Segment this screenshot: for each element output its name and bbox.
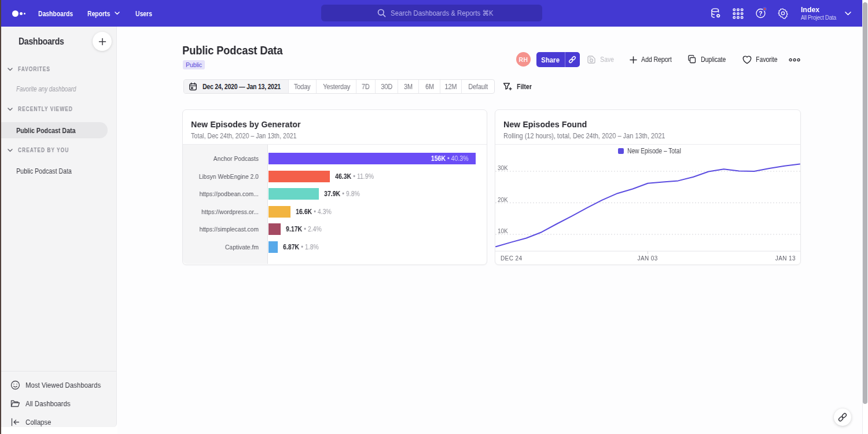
collapse-sidebar[interactable]: Collapse bbox=[10, 413, 116, 431]
bar-chart-title[interactable]: New Episodes by Generator bbox=[191, 119, 477, 129]
x-axis-label: JAN 03 bbox=[638, 255, 658, 262]
bar-value: 37.9K bbox=[324, 190, 340, 198]
link-icon bbox=[568, 55, 577, 64]
line-chart-subtitle: Rolling (12 hours), total, Dec 24th, 202… bbox=[503, 132, 791, 140]
bar-value-label: 6.87K • 1.8% bbox=[283, 241, 319, 253]
sidebar: Dashboards FAVORITES Favorite any dashbo… bbox=[1, 27, 117, 427]
preset-3m[interactable]: 3M bbox=[398, 80, 419, 93]
bar[interactable] bbox=[269, 241, 278, 253]
copy-link-floating-button[interactable] bbox=[834, 409, 851, 426]
chevron-down-icon bbox=[8, 68, 13, 71]
copy-icon bbox=[687, 55, 697, 64]
bar-percent: • 9.8% bbox=[342, 190, 360, 198]
heart-icon bbox=[742, 56, 752, 64]
preset-30d[interactable]: 30D bbox=[376, 80, 398, 93]
preset-default[interactable]: Default bbox=[462, 80, 494, 93]
calendar-icon bbox=[189, 82, 197, 91]
notification-badge bbox=[763, 7, 767, 11]
bar-value: 16.6K bbox=[296, 208, 312, 216]
topbar-right: ? Index All Project Data bbox=[1, 0, 862, 27]
folder-icon bbox=[10, 399, 20, 409]
date-toolbar: Dec 24, 2020 — Jan 13, 2021 Today Yester… bbox=[183, 79, 535, 94]
bar-value: 156K bbox=[431, 155, 446, 163]
more-dots-icon bbox=[789, 58, 800, 62]
avatar[interactable]: RH bbox=[516, 52, 531, 67]
bar[interactable] bbox=[269, 188, 319, 200]
line-plot[interactable]: 10K20K30KDEC 24JAN 03JAN 13 bbox=[495, 145, 800, 264]
bar-category-label: https://wordpress.or... bbox=[190, 206, 259, 218]
preset-6m[interactable]: 6M bbox=[419, 80, 440, 93]
main-content: Public Podcast Data Public RH Share Save… bbox=[117, 27, 862, 434]
bar-percent: • 40.3% bbox=[447, 155, 469, 163]
more-button[interactable] bbox=[789, 52, 804, 67]
window-edge bbox=[0, 0, 1, 434]
bar-value-label: 16.6K • 4.3% bbox=[296, 206, 332, 218]
y-axis-label: 30K bbox=[498, 165, 508, 171]
smiley-icon bbox=[10, 380, 20, 390]
bar-row: Captivate.fm6.87K • 1.8% bbox=[183, 241, 487, 253]
favorite-button[interactable]: Favorite bbox=[742, 52, 781, 67]
bar-chart-body: Anchor Podcasts156K • 40.3%Libsyn WebEng… bbox=[183, 145, 487, 264]
sidebar-section-recent[interactable]: RECENTLY VIEWED bbox=[8, 106, 83, 112]
bar-percent: • 4.3% bbox=[314, 208, 332, 216]
preset-12m[interactable]: 12M bbox=[440, 80, 462, 93]
share-link-button[interactable] bbox=[565, 52, 580, 67]
bar-row: https://simplecast.com9.17K • 2.4% bbox=[183, 223, 487, 235]
chevron-down-icon bbox=[8, 108, 13, 111]
duplicate-button[interactable]: Duplicate bbox=[687, 52, 730, 67]
new-dashboard-button[interactable] bbox=[93, 32, 112, 51]
sidebar-item-recent-dashboard[interactable]: Public Podcast Data bbox=[1, 122, 108, 138]
bar[interactable] bbox=[269, 206, 290, 218]
date-range-picker[interactable]: Dec 24, 2020 — Jan 13, 2021 bbox=[184, 80, 289, 93]
sidebar-section-favorites[interactable]: FAVORITES bbox=[8, 66, 56, 72]
bar-category-label: Libsyn WebEngine 2.0 bbox=[190, 171, 259, 182]
sidebar-title: Dashboards bbox=[19, 36, 64, 47]
sidebar-header: Dashboards bbox=[1, 32, 116, 51]
chevron-down-icon bbox=[8, 149, 13, 152]
share-button[interactable]: Share bbox=[536, 52, 580, 67]
y-axis-label: 20K bbox=[498, 197, 508, 203]
data-management-icon[interactable] bbox=[704, 0, 727, 27]
sidebar-item-created-dashboard[interactable]: Public Podcast Data bbox=[1, 163, 84, 179]
topbar: Dashboards Reports Users Search Dashboar… bbox=[1, 0, 862, 27]
bar-chart-subtitle: Total, Dec 24th, 2020 – Jan 13th, 2021 bbox=[191, 132, 477, 140]
preset-today[interactable]: Today bbox=[289, 80, 317, 93]
bar-row: https://wordpress.or...16.6K • 4.3% bbox=[183, 206, 487, 218]
x-axis-label: JAN 13 bbox=[775, 255, 796, 262]
sidebar-section-created[interactable]: CREATED BY YOU bbox=[8, 147, 78, 153]
apps-grid-icon[interactable] bbox=[727, 0, 749, 27]
add-report-button[interactable]: Add Report bbox=[630, 52, 676, 67]
most-viewed-dashboards[interactable]: Most Viewed Dashboards bbox=[10, 376, 116, 394]
bar-row: https://podbean.com...37.9K • 9.8% bbox=[183, 188, 487, 200]
bar-row: Anchor Podcasts156K • 40.3% bbox=[183, 153, 487, 164]
link-icon bbox=[837, 412, 848, 422]
filter-icon bbox=[503, 82, 512, 91]
page-scrollbar[interactable] bbox=[862, 0, 868, 434]
line-chart-body: New Episode – Total 10K20K30KDEC 24JAN 0… bbox=[495, 145, 800, 264]
bar[interactable] bbox=[269, 223, 281, 235]
line-chart-title[interactable]: New Episodes Found bbox=[503, 119, 791, 129]
bar-row: Libsyn WebEngine 2.046.3K • 11.9% bbox=[183, 171, 487, 182]
svg-text:?: ? bbox=[759, 10, 762, 17]
dashboard-actions: RH Share Save Add Report Duplicate Favor… bbox=[117, 52, 862, 67]
project-selector[interactable]: Index All Project Data bbox=[801, 0, 841, 27]
preset-yesterday[interactable]: Yesterday bbox=[317, 80, 356, 93]
bar-percent: • 1.8% bbox=[301, 243, 319, 251]
help-icon[interactable]: ? bbox=[749, 0, 772, 27]
settings-icon[interactable] bbox=[771, 0, 794, 27]
filter-button[interactable]: Filter bbox=[503, 82, 535, 91]
preset-7d[interactable]: 7D bbox=[356, 80, 376, 93]
all-dashboards[interactable]: All Dashboards bbox=[10, 394, 116, 413]
bar-category-label: https://simplecast.com bbox=[190, 223, 259, 235]
scrollbar-thumb[interactable] bbox=[863, 2, 867, 404]
favorites-empty-hint: Favorite any dashboard bbox=[16, 85, 89, 93]
plus-icon bbox=[98, 38, 106, 46]
project-scope: All Project Data bbox=[801, 14, 836, 21]
bar-category-label: Anchor Podcasts bbox=[190, 153, 259, 164]
chevron-down-icon bbox=[845, 12, 851, 16]
bar-value-label: 46.3K • 11.9% bbox=[335, 171, 374, 182]
bar[interactable] bbox=[269, 171, 330, 182]
bar-chart-card: New Episodes by Generator Total, Dec 24t… bbox=[182, 109, 487, 265]
bar-percent: • 11.9% bbox=[353, 172, 374, 181]
save-button[interactable]: Save bbox=[587, 52, 616, 67]
